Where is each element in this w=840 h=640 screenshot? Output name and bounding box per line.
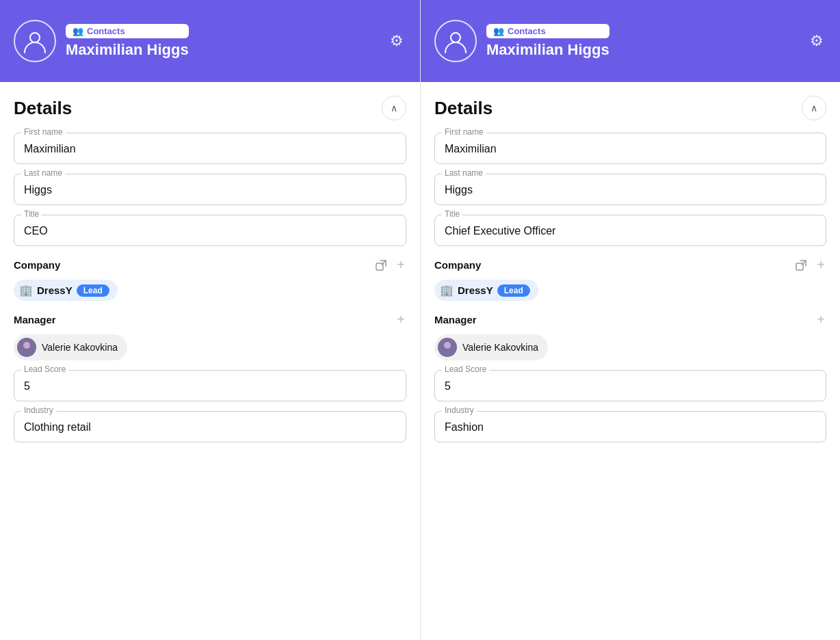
right-avatar-icon xyxy=(443,28,469,54)
right-lead-score-field: Lead Score 5 xyxy=(434,370,826,401)
left-company-actions: + xyxy=(373,256,406,274)
right-header-text: 👥 Contacts Maximilian Higgs xyxy=(486,24,609,59)
left-industry-value[interactable]: Clothing retail xyxy=(24,421,396,434)
left-manager-section: Manager + Valerie Kakovkina xyxy=(14,310,406,360)
left-header-text: 👥 Contacts Maximilian Higgs xyxy=(66,24,189,59)
left-gear-button[interactable]: ⚙ xyxy=(387,29,406,53)
left-section-title: Details xyxy=(14,98,72,119)
left-title-value[interactable]: CEO xyxy=(24,225,396,237)
left-manager-chip[interactable]: Valerie Kakovkina xyxy=(14,334,127,360)
right-header-left: 👥 Contacts Maximilian Higgs xyxy=(434,20,609,62)
left-manager-add-button[interactable]: + xyxy=(395,310,406,329)
left-industry-field: Industry Clothing retail xyxy=(14,411,406,442)
right-company-label-row: Company + xyxy=(434,256,826,274)
right-panel: 👥 Contacts Maximilian Higgs ⚙ Details ∧ … xyxy=(420,0,840,640)
left-manager-avatar xyxy=(17,338,36,357)
right-header-name: Maximilian Higgs xyxy=(486,41,609,59)
svg-point-0 xyxy=(30,33,40,42)
right-avatar xyxy=(434,20,477,62)
left-lead-score-value[interactable]: 5 xyxy=(24,380,396,392)
right-panel-body: Details ∧ First name Maximilian Last nam… xyxy=(421,82,840,640)
left-last-name-value[interactable]: Higgs xyxy=(24,184,396,196)
left-last-name-field: Last name Higgs xyxy=(14,174,406,205)
left-first-name-field: First name Maximilian xyxy=(14,133,406,164)
right-collapse-button[interactable]: ∧ xyxy=(802,96,826,120)
left-header-left: 👥 Contacts Maximilian Higgs xyxy=(14,20,189,62)
right-last-name-field: Last name Higgs xyxy=(434,174,826,205)
left-title-label: Title xyxy=(21,209,42,219)
right-gear-button[interactable]: ⚙ xyxy=(807,29,826,53)
right-lead-score-label: Lead Score xyxy=(442,364,489,374)
right-company-chip[interactable]: 🏢 DressY Lead xyxy=(434,280,538,301)
left-last-name-label: Last name xyxy=(21,168,65,178)
right-company-actions: + xyxy=(793,256,826,274)
left-first-name-value[interactable]: Maximilian xyxy=(24,143,396,155)
right-contacts-icon: 👥 xyxy=(493,26,504,36)
right-contacts-badge[interactable]: 👥 Contacts xyxy=(486,24,609,38)
left-company-chip[interactable]: 🏢 DressY Lead xyxy=(14,280,118,301)
right-section-title: Details xyxy=(434,98,493,119)
right-industry-field: Industry Fashion xyxy=(434,411,826,442)
right-manager-label: Manager xyxy=(434,314,477,325)
external-link-icon xyxy=(375,259,387,271)
right-industry-label: Industry xyxy=(442,405,477,415)
right-last-name-label: Last name xyxy=(442,168,486,178)
left-manager-label-row: Manager + xyxy=(14,310,406,329)
right-company-building-icon: 🏢 xyxy=(440,284,454,297)
left-section-header: Details ∧ xyxy=(14,96,406,120)
left-company-section: Company + 🏢 DressY Lead xyxy=(14,256,406,301)
right-company-add-button[interactable]: + xyxy=(815,256,826,274)
left-avatar xyxy=(14,20,56,62)
right-manager-name: Valerie Kakovkina xyxy=(462,342,538,353)
avatar-icon xyxy=(22,28,48,54)
left-header: 👥 Contacts Maximilian Higgs ⚙ xyxy=(0,0,420,82)
left-contacts-icon: 👥 xyxy=(73,26,83,36)
left-panel-body: Details ∧ First name Maximilian Last nam… xyxy=(0,82,420,640)
right-company-section: Company + 🏢 DressY Lead xyxy=(434,256,826,301)
left-collapse-button[interactable]: ∧ xyxy=(382,96,406,120)
right-last-name-value[interactable]: Higgs xyxy=(445,184,816,196)
left-title-field: Title CEO xyxy=(14,215,406,246)
left-company-label: Company xyxy=(14,259,60,271)
right-manager-chip[interactable]: Valerie Kakovkina xyxy=(434,334,548,360)
right-first-name-value[interactable]: Maximilian xyxy=(445,143,816,155)
right-title-value[interactable]: Chief Executive Officer xyxy=(445,225,816,237)
manager-avatar-image xyxy=(17,338,36,357)
left-company-label-row: Company + xyxy=(14,256,406,274)
right-manager-avatar xyxy=(438,338,457,357)
right-manager-label-row: Manager + xyxy=(434,310,826,329)
left-contacts-label: Contacts xyxy=(87,26,125,36)
left-contacts-badge[interactable]: 👥 Contacts xyxy=(66,24,189,38)
right-company-external-link-button[interactable] xyxy=(793,258,809,273)
left-company-name: DressY xyxy=(37,284,73,296)
left-lead-score-label: Lead Score xyxy=(21,364,68,374)
svg-point-4 xyxy=(451,33,460,42)
svg-point-3 xyxy=(23,342,30,349)
right-title-field: Title Chief Executive Officer xyxy=(434,215,826,246)
right-lead-badge: Lead xyxy=(497,284,530,297)
right-company-label: Company xyxy=(434,259,481,271)
left-industry-label: Industry xyxy=(21,405,56,415)
right-company-name: DressY xyxy=(458,284,493,296)
svg-point-7 xyxy=(444,342,451,349)
left-lead-badge: Lead xyxy=(77,284,109,297)
right-title-label: Title xyxy=(442,209,462,219)
left-company-external-link-button[interactable] xyxy=(373,258,389,273)
left-company-add-button[interactable]: + xyxy=(395,256,406,274)
right-external-link-icon xyxy=(795,259,807,271)
left-manager-name: Valerie Kakovkina xyxy=(42,342,118,353)
right-section-header: Details ∧ xyxy=(434,96,826,120)
left-company-building-icon: 🏢 xyxy=(19,284,33,297)
right-header: 👥 Contacts Maximilian Higgs ⚙ xyxy=(421,0,840,82)
left-first-name-label: First name xyxy=(21,127,66,137)
right-manager-avatar-image xyxy=(438,338,457,357)
right-lead-score-value[interactable]: 5 xyxy=(445,380,816,392)
right-first-name-label: First name xyxy=(442,127,486,137)
right-manager-add-button[interactable]: + xyxy=(815,310,826,329)
left-header-name: Maximilian Higgs xyxy=(66,41,189,59)
right-contacts-label: Contacts xyxy=(508,26,546,36)
right-manager-section: Manager + Valerie Kakovkina xyxy=(434,310,826,360)
right-first-name-field: First name Maximilian xyxy=(434,133,826,164)
right-industry-value[interactable]: Fashion xyxy=(445,421,816,434)
left-lead-score-field: Lead Score 5 xyxy=(14,370,406,401)
